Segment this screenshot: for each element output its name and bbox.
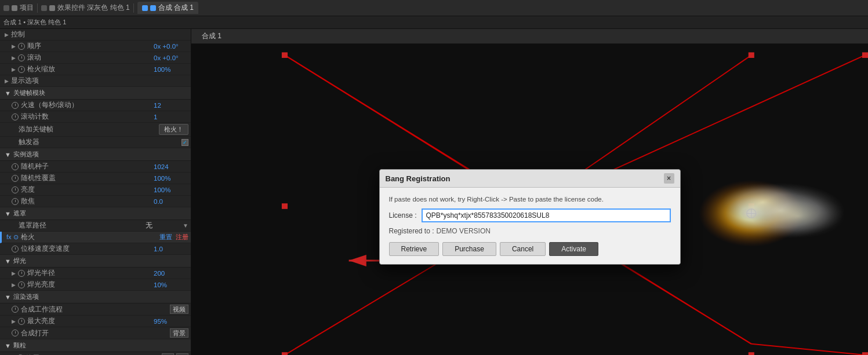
brightness-value: 100% (154, 186, 188, 193)
section-weld-label: 焊光 (13, 257, 26, 265)
chevron-right-icon[interactable]: ▶ (5, 32, 9, 38)
section-grain-label: 颗粒 (13, 341, 26, 350)
row-scroll: ▶ 滚动 0x +0.0° (0, 52, 191, 64)
canvas-area: 合成 1 (191, 29, 868, 355)
weld-brightness-value: 10% (154, 281, 188, 288)
canvas-content: Bang Registration × If paste does not wo… (191, 44, 868, 355)
blur-value: 0.0 (154, 198, 188, 205)
trigger-checkbox[interactable]: ✓ (181, 139, 188, 146)
row-display-options: ▶ 显示选项 (0, 75, 191, 87)
close-icon-3[interactable] (142, 5, 148, 11)
clock-icon7[interactable] (12, 175, 19, 182)
scroll-count-label: 滚动计数 (21, 112, 154, 121)
chevron-down-icon3: ▼ (5, 210, 11, 217)
clock-icon15[interactable] (12, 330, 19, 336)
weld-radius-label: 焊光半径 (27, 269, 154, 277)
chevron-icon-mb[interactable]: ▶ (12, 319, 16, 324)
tab-composition-label: 合成 合成 1 (158, 3, 194, 13)
tab-effects-label: 效果控件 深灰色 纯色 1 (57, 3, 130, 13)
clock-icon11[interactable] (18, 270, 25, 277)
display-options-label: 显示选项 (11, 76, 188, 85)
max-brightness-label: 最大亮度 (27, 317, 154, 325)
chevron-icon-w1[interactable]: ▶ (12, 270, 16, 276)
scroll-label: 滚动 (27, 53, 154, 62)
license-input[interactable] (422, 208, 671, 222)
add-keyframe-label: 添加关键帧 (19, 125, 159, 134)
activate-button[interactable]: Activate (549, 242, 598, 256)
section-grain[interactable]: ▼ 颗粒 (0, 339, 191, 352)
comp-open-label: 合成打开 (21, 329, 170, 338)
random-seed-value: 1024 (154, 163, 188, 170)
canvas-tab[interactable]: 合成 1 (196, 30, 227, 42)
min-icon-3 (150, 5, 156, 11)
chevron-right-icon3[interactable]: ▶ (12, 55, 16, 61)
section-mask-label: 遮罩 (13, 209, 26, 218)
workflow-select[interactable]: 视频 (170, 305, 188, 314)
scroll-value: 0x +0.0° (154, 54, 188, 61)
row-scroll-count: 滚动计数 1 (0, 111, 191, 123)
tab-project[interactable]: 项目 (3, 3, 34, 13)
clock-icon10[interactable] (12, 246, 19, 252)
svg-rect-8 (282, 52, 288, 58)
row-order: ▶ 顺序 0x +0.0° (0, 41, 191, 52)
chevron-right-icon4[interactable]: ▶ (12, 67, 16, 72)
mask-path-value: 无 (146, 221, 180, 230)
comp-open-select[interactable]: 背景 (170, 328, 188, 338)
reset-link[interactable]: 重置 (159, 233, 172, 241)
clock-icon4[interactable] (12, 102, 19, 109)
chevron-icon-w2[interactable]: ▶ (12, 282, 16, 288)
section-keyframe-label: 关键帧模块 (13, 89, 45, 97)
weld-radius-value: 200 (154, 270, 188, 277)
cancel-button[interactable]: Cancel (500, 242, 546, 256)
dropdown-arrow-icon[interactable]: ▼ (183, 222, 188, 229)
section-mask[interactable]: ▼ 遮罩 (0, 207, 191, 220)
section-render[interactable]: ▼ 渲染选项 (0, 291, 191, 303)
close-icon[interactable] (3, 5, 9, 11)
add-keyframe-button[interactable]: 枪火！ (159, 124, 188, 135)
row-displacement-speed: 位移速度变速度 1.0 (0, 243, 191, 255)
order-label: 顺序 (27, 42, 154, 50)
dialog-title: Bang Registration (386, 174, 451, 183)
clock-icon3[interactable] (18, 66, 25, 73)
clock-icon8[interactable] (12, 186, 19, 193)
clock-icon[interactable] (18, 43, 25, 50)
purchase-button[interactable]: Purchase (442, 242, 496, 256)
random-cover-label: 随机性覆盖 (21, 174, 154, 182)
clock-icon2[interactable] (18, 54, 25, 61)
retrieve-button[interactable]: Retrieve (389, 242, 440, 256)
dialog-license-row: License : (389, 208, 671, 222)
close-icon-2[interactable] (41, 5, 47, 11)
svg-rect-12 (749, 352, 754, 355)
chevron-down-icon: ▼ (5, 90, 11, 97)
register-link[interactable]: 注册 (176, 233, 188, 241)
row-weld-brightness: ▶ 焊光亮度 10% (0, 279, 191, 291)
main-layout: ▶ 控制 ▶ 顺序 0x +0.0° ▶ 滚动 0x +0.0° ▶ 枪火缩放 … (0, 29, 868, 355)
section-keyframe[interactable]: ▼ 关键帧模块 (0, 87, 191, 100)
blur-label: 散焦 (21, 197, 154, 206)
row-fx-gunfire: fx ⊙ 枪火 重置 注册 (0, 232, 191, 243)
tab-composition[interactable]: 合成 合成 1 (137, 2, 198, 14)
row-blur: 散焦 0.0 (0, 196, 191, 207)
row-weld-radius: ▶ 焊光半径 200 (0, 268, 191, 279)
trigger-label: 触发器 (19, 138, 181, 147)
section-weld[interactable]: ▼ 焊光 (0, 255, 191, 268)
dialog-close-button[interactable]: × (664, 173, 674, 184)
random-cover-value: 100% (154, 175, 188, 182)
chevron-right-icon5[interactable]: ▶ (5, 78, 9, 84)
row-random-seed: 随机种子 1024 (0, 161, 191, 173)
svg-rect-13 (862, 352, 868, 355)
clock-icon9[interactable] (12, 198, 19, 205)
left-panel: ▶ 控制 ▶ 顺序 0x +0.0° ▶ 滚动 0x +0.0° ▶ 枪火缩放 … (0, 29, 191, 355)
tab-effects[interactable]: 效果控件 深灰色 纯色 1 (41, 3, 130, 13)
clock-icon12[interactable] (18, 281, 25, 288)
controls-label: 控制 (11, 30, 188, 39)
chevron-down-icon4: ▼ (5, 258, 11, 265)
clock-icon13[interactable] (12, 306, 19, 313)
section-instance[interactable]: ▼ 实例选项 (0, 148, 191, 161)
clock-icon6[interactable] (12, 163, 19, 170)
clock-icon14[interactable] (18, 318, 25, 325)
canvas-tab-bar: 合成 1 (191, 29, 868, 44)
top-bar: 项目 效果控件 深灰色 纯色 1 合成 合成 1 (0, 0, 868, 16)
chevron-right-icon2[interactable]: ▶ (12, 43, 16, 49)
clock-icon5[interactable] (12, 114, 19, 120)
